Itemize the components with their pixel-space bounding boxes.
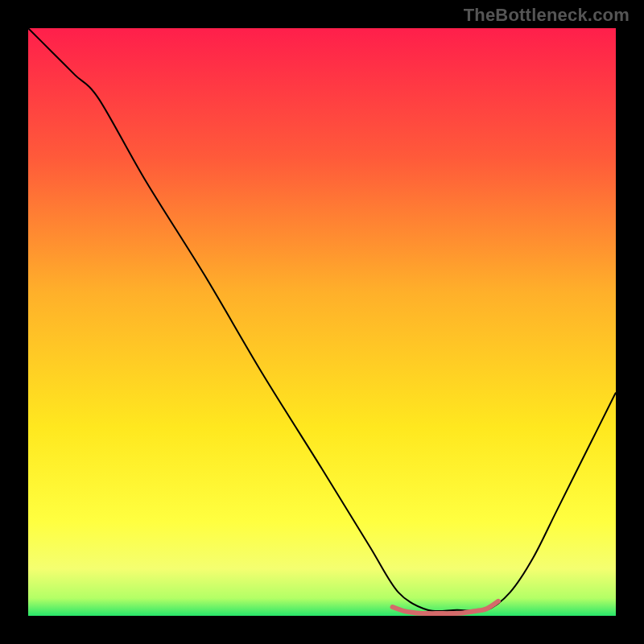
bottleneck-chart (28, 28, 616, 616)
plot-area (28, 28, 616, 616)
gradient-background (28, 28, 616, 616)
chart-frame: TheBottleneck.com (0, 0, 644, 644)
watermark-text: TheBottleneck.com (464, 5, 630, 26)
